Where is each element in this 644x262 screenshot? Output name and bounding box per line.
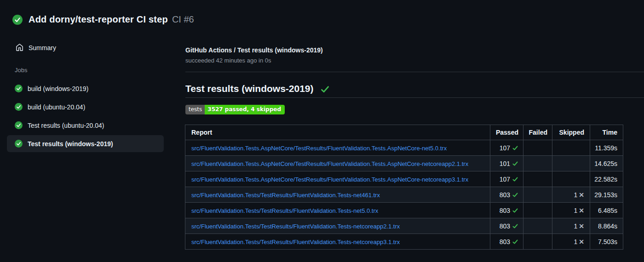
job-label: Test results (ubuntu-20.04) (28, 122, 104, 129)
time-cell: 29.153s (590, 187, 623, 203)
table-row: src/FluentValidation.Tests.AspNetCore/Te… (185, 140, 623, 156)
skipped-cell: 1✕ (552, 234, 590, 250)
job-label: build (windows-2019) (28, 85, 88, 92)
skipped-x-icon: ✕ (579, 238, 584, 245)
passed-cell: 107 (490, 140, 523, 156)
table-row: src/FluentValidation.Tests/TestResults/F… (185, 187, 623, 203)
check-run-breadcrumb: GitHub Actions / Test results (windows-2… (185, 46, 323, 54)
failed-cell (523, 156, 552, 171)
passed-check-icon (512, 160, 518, 167)
table-row: src/FluentValidation.Tests/TestResults/F… (185, 203, 623, 218)
run-header: Add dorny/test-reporter CI stepCI #6 (12, 14, 194, 25)
passed-check-icon (512, 145, 518, 151)
jobs-section-label: Jobs (15, 67, 27, 74)
job-label: build (ubuntu-20.04) (28, 103, 85, 111)
run-number: CI #6 (172, 14, 194, 24)
passed-cell: 803 (490, 187, 523, 203)
passed-check-icon (512, 239, 518, 245)
badge-value: 3527 passed, 4 skipped (205, 105, 285, 114)
table-header-row: Report Passed Failed Skipped Time (185, 125, 623, 140)
report-link[interactable]: src/FluentValidation.Tests.AspNetCore/Te… (191, 176, 468, 183)
passed-check-icon (512, 223, 518, 229)
failed-cell (523, 187, 552, 203)
skipped-x-icon: ✕ (579, 222, 584, 230)
passed-check-icon (512, 176, 518, 182)
passed-check-icon (512, 192, 518, 198)
failed-cell (523, 218, 552, 234)
column-header-time: Time (590, 125, 623, 140)
sidebar-job-item[interactable]: build (ubuntu-20.04) (7, 98, 164, 115)
skipped-cell: 1✕ (552, 218, 590, 234)
column-header-report: Report (185, 125, 490, 140)
skipped-cell (552, 171, 590, 187)
table-row: src/FluentValidation.Tests.AspNetCore/Te… (185, 156, 623, 171)
table-row: src/FluentValidation.Tests/TestResults/F… (185, 218, 623, 234)
time-cell: 6.485s (590, 203, 623, 218)
time-cell: 22.582s (590, 171, 623, 187)
section-heading-text: Test results (windows-2019) (185, 83, 314, 94)
report-link[interactable]: src/FluentValidation.Tests.AspNetCore/Te… (191, 160, 468, 167)
time-cell: 8.864s (590, 218, 623, 234)
passed-check-icon (512, 207, 518, 214)
column-header-failed: Failed (523, 125, 552, 140)
summary-label: Summary (29, 44, 56, 51)
job-success-icon (15, 121, 23, 129)
passed-cell: 101 (490, 156, 523, 171)
sidebar-job-item[interactable]: build (windows-2019) (7, 80, 164, 97)
run-title-text: Add dorny/test-reporter CI step (29, 14, 168, 24)
skipped-cell: 1✕ (552, 187, 590, 203)
time-cell: 14.625s (590, 156, 623, 171)
divider (185, 72, 644, 72)
passed-cell: 803 (490, 218, 523, 234)
table-row: src/FluentValidation.Tests.AspNetCore/Te… (185, 171, 623, 187)
skipped-cell (552, 156, 590, 171)
job-label: Test results (windows-2019) (28, 140, 113, 148)
job-list: build (windows-2019) build (ubuntu-20.04… (7, 80, 164, 154)
skipped-cell: 1✕ (552, 203, 590, 218)
success-check-circle-icon (12, 15, 23, 25)
column-header-passed: Passed (490, 125, 523, 140)
badge-label: tests (185, 105, 205, 114)
test-results-table: Report Passed Failed Skipped Time src/Fl… (185, 125, 623, 250)
run-status-line: succeeded 42 minutes ago in 0s (185, 57, 271, 64)
skipped-cell (552, 140, 590, 156)
table-row: src/FluentValidation.Tests/TestResults/F… (185, 234, 623, 250)
run-title: Add dorny/test-reporter CI stepCI #6 (29, 14, 194, 25)
report-link[interactable]: src/FluentValidation.Tests/TestResults/F… (191, 207, 378, 214)
passed-cell: 803 (490, 234, 523, 250)
column-header-skipped: Skipped (552, 125, 590, 140)
failed-cell (523, 171, 552, 187)
home-icon (16, 44, 23, 51)
report-link[interactable]: src/FluentValidation.Tests/TestResults/F… (191, 223, 400, 230)
job-success-icon (15, 85, 23, 92)
tests-status-badge: tests 3527 passed, 4 skipped (185, 105, 285, 114)
sidebar-job-item[interactable]: Test results (windows-2019) (7, 135, 164, 152)
job-success-icon (15, 140, 23, 148)
job-success-icon (15, 103, 23, 111)
report-link[interactable]: src/FluentValidation.Tests/TestResults/F… (191, 192, 380, 199)
passed-cell: 803 (490, 203, 523, 218)
sidebar-item-summary[interactable]: Summary (16, 44, 56, 51)
time-cell: 7.503s (590, 234, 623, 250)
section-heading: Test results (windows-2019) (185, 83, 330, 94)
time-cell: 11.359s (590, 140, 623, 156)
heading-success-check-icon (320, 85, 330, 94)
skipped-x-icon: ✕ (579, 191, 584, 199)
divider (185, 97, 644, 98)
failed-cell (523, 140, 552, 156)
workflow-run-page: Add dorny/test-reporter CI stepCI #6 Sum… (0, 0, 644, 262)
passed-cell: 107 (490, 171, 523, 187)
report-link[interactable]: src/FluentValidation.Tests/TestResults/F… (191, 239, 400, 245)
failed-cell (523, 203, 552, 218)
failed-cell (523, 234, 552, 250)
report-link[interactable]: src/FluentValidation.Tests.AspNetCore/Te… (191, 145, 447, 152)
skipped-x-icon: ✕ (579, 207, 584, 214)
sidebar-job-item[interactable]: Test results (ubuntu-20.04) (7, 117, 164, 134)
